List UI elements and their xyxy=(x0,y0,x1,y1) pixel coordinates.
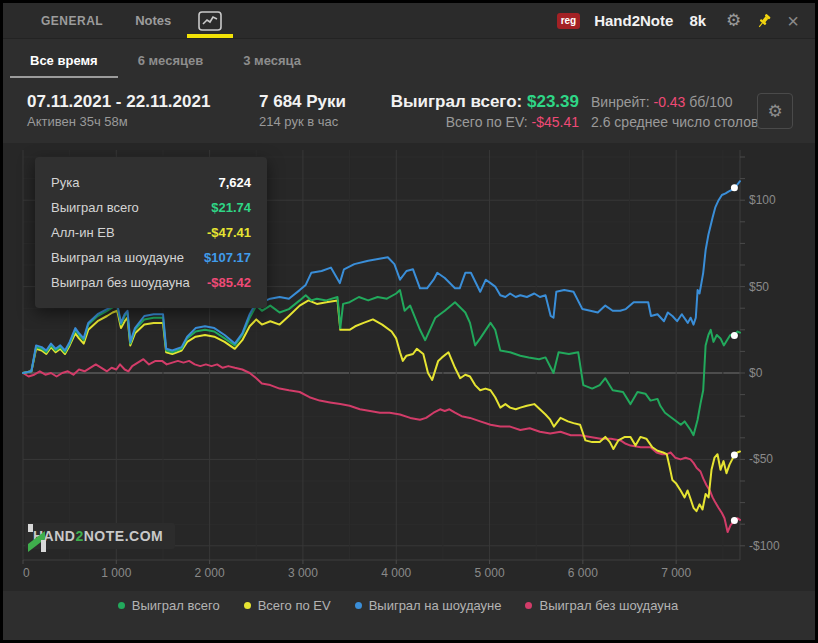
legend-dot xyxy=(118,602,125,609)
settings-gear-icon[interactable]: ⚙ xyxy=(726,12,741,29)
stats-row: 07.11.2021 - 22.11.2021 Активен 35ч 58м … xyxy=(3,83,815,143)
stack-size-label: 8k xyxy=(689,12,706,29)
legend-item[interactable]: Выиграл всего xyxy=(118,598,220,613)
winrate-value: -0.43 xyxy=(653,94,685,110)
legend-item[interactable]: Всего по EV xyxy=(244,598,331,613)
legend-item[interactable]: Выиграл без шоудауна xyxy=(525,598,678,613)
y-axis-label: $50 xyxy=(749,280,769,294)
titlebar-tabs: GENERAL Notes xyxy=(3,3,233,38)
avg-tables: 2.6 среднее число столов xyxy=(591,113,758,131)
y-axis-label: -$100 xyxy=(749,539,780,553)
y-axis-label: -$50 xyxy=(749,452,773,466)
tooltip-row: Выиграл на шоудауне$107.17 xyxy=(51,245,251,270)
x-axis-label: 6 000 xyxy=(568,566,598,580)
legend-label: Выиграл без шоудауна xyxy=(539,598,678,613)
legend-label: Выиграл на шоудауне xyxy=(369,598,502,613)
x-axis-label: 1 000 xyxy=(101,566,131,580)
x-axis-label: 3 000 xyxy=(288,566,318,580)
hover-dot xyxy=(731,184,738,191)
tooltip-label: Рука xyxy=(51,175,79,190)
hand2note-logo: HAND2NOTE.COM xyxy=(25,523,175,549)
hand2note-graph-window: GENERAL Notes reg Hand2Note 8k ⚙ xyxy=(3,3,815,640)
tab-general[interactable]: GENERAL xyxy=(25,3,119,38)
winrate-block: Винрейт: -0.43 бб/100 2.6 среднее число … xyxy=(591,91,758,131)
legend-label: Выиграл всего xyxy=(132,598,220,613)
x-axis-label: 7 000 xyxy=(661,566,691,580)
tooltip-row: Выиграл всего$21.74 xyxy=(51,195,251,220)
chart-tooltip: Рука7,624Выиграл всего$21.74Алл-ин ЕВ-$4… xyxy=(35,157,267,308)
legend-item[interactable]: Выиграл на шоудауне xyxy=(355,598,502,613)
x-axis-label: 0 xyxy=(23,566,30,580)
tooltip-value: 7,624 xyxy=(218,175,251,190)
x-axis-label: 2 000 xyxy=(195,566,225,580)
hands-per-hour: 214 рук в час xyxy=(259,113,379,131)
hover-dot xyxy=(731,332,738,339)
won-total-label: Выиграл всего: xyxy=(391,92,523,111)
won-total-value: $23.39 xyxy=(527,92,579,111)
tab-all-time[interactable]: Все время xyxy=(10,40,118,80)
close-icon[interactable]: × xyxy=(787,11,799,31)
period-tabs: Все время 6 месяцев 3 месяца xyxy=(3,40,815,80)
legend-label: Всего по EV xyxy=(258,598,331,613)
tab-3-months[interactable]: 3 месяца xyxy=(223,40,321,80)
legend-dot xyxy=(244,602,251,609)
legend-dot xyxy=(525,602,532,609)
tooltip-value: -$85.42 xyxy=(207,275,251,290)
tab-graph[interactable] xyxy=(187,3,233,38)
pin-icon[interactable] xyxy=(755,12,773,30)
hands-total: 7 684 Руки xyxy=(259,91,379,113)
hands-block: 7 684 Руки 214 рук в час xyxy=(259,91,379,131)
date-range: 07.11.2021 - 22.11.2021 xyxy=(27,91,259,113)
tooltip-label: Выиграл без шоудауна xyxy=(51,275,190,290)
y-axis-label: $0 xyxy=(749,366,763,380)
hover-dot xyxy=(731,517,738,524)
tooltip-value: $107.17 xyxy=(204,250,251,265)
player-type-badge: reg xyxy=(557,13,581,29)
y-axis-label: $100 xyxy=(749,193,776,207)
tab-6-months[interactable]: 6 месяцев xyxy=(118,40,224,80)
tooltip-label: Алл-ин ЕВ xyxy=(51,225,115,240)
line-chart-icon xyxy=(198,11,222,31)
h2n-logo-icon xyxy=(25,523,49,553)
hover-dot xyxy=(731,451,738,458)
x-axis-label: 5 000 xyxy=(475,566,505,580)
player-name: Hand2Note xyxy=(594,12,673,29)
titlebar-controls: reg Hand2Note 8k ⚙ × xyxy=(557,11,815,31)
tooltip-label: Выиграл всего xyxy=(51,200,139,215)
chart-legend: Выиграл всегоВсего по EVВыиграл на шоуда… xyxy=(3,598,793,613)
gear-icon: ⚙ xyxy=(767,101,782,122)
winrate-units: бб/100 xyxy=(689,94,732,110)
tooltip-value: $21.74 xyxy=(211,200,251,215)
chart-panel: $100$50$0-$50-$10001 0002 0003 0004 0005… xyxy=(3,143,815,591)
tooltip-row: Алл-ин ЕВ-$47.41 xyxy=(51,220,251,245)
winnings-block: Выиграл всего: $23.39 Всего по EV: -$45.… xyxy=(379,91,579,131)
ev-total-value: -$45.41 xyxy=(532,114,579,130)
tooltip-value: -$47.41 xyxy=(207,225,251,240)
winrate-label: Винрейт: xyxy=(591,94,650,110)
won-total-line: Выиграл всего: $23.39 xyxy=(379,91,579,113)
legend-dot xyxy=(355,602,362,609)
tooltip-row: Выиграл без шоудауна-$85.42 xyxy=(51,270,251,295)
active-time: Активен 35ч 58м xyxy=(27,113,259,131)
logo-text: HAND2NOTE.COM xyxy=(33,528,163,544)
titlebar: GENERAL Notes reg Hand2Note 8k ⚙ xyxy=(3,3,815,39)
x-axis-label: 4 000 xyxy=(381,566,411,580)
date-range-block: 07.11.2021 - 22.11.2021 Активен 35ч 58м xyxy=(27,91,259,131)
tooltip-row: Рука7,624 xyxy=(51,170,251,195)
graph-settings-button[interactable]: ⚙ xyxy=(757,93,793,129)
active-tab-indicator xyxy=(187,34,233,38)
tooltip-label: Выиграл на шоудауне xyxy=(51,250,184,265)
ev-total-label: Всего по EV: xyxy=(446,114,528,130)
ev-total-line: Всего по EV: -$45.41 xyxy=(379,113,579,131)
winrate-line: Винрейт: -0.43 бб/100 xyxy=(591,91,758,113)
tab-notes[interactable]: Notes xyxy=(119,3,187,38)
